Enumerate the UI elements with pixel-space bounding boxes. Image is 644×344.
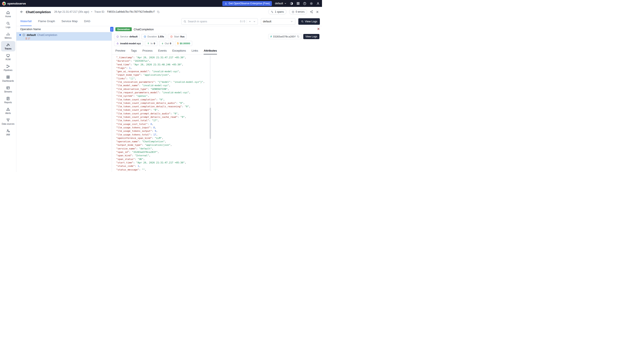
- sidebar-item-label: Data sources: [2, 123, 14, 125]
- trace-id-value: f4033c1a04eb7bcf4c787f427e9ed9cf: [107, 10, 155, 13]
- errors-count-badge: 0 errors: [289, 9, 307, 14]
- clock-icon: [144, 35, 146, 38]
- attribute-line: "input_mime_type": "application/json",: [116, 73, 210, 77]
- help-icon[interactable]: [303, 2, 306, 5]
- attribute-line: "llm_token_count_total": "17",: [116, 119, 210, 122]
- settings-gear-icon[interactable]: [310, 2, 313, 5]
- stream-selector[interactable]: default: [261, 18, 295, 25]
- chevron-down-icon[interactable]: [253, 20, 256, 23]
- sidebar-item-metrics[interactable]: Metrics: [1, 30, 15, 41]
- sidebar-item-traces[interactable]: Traces: [1, 41, 15, 51]
- detail-tab-exceptions[interactable]: Exceptions: [172, 49, 186, 54]
- tab-service-map[interactable]: Service Map: [62, 17, 78, 26]
- org-selector-value: default: [275, 2, 283, 5]
- apps-grid-icon[interactable]: [296, 2, 300, 5]
- detail-tab-links[interactable]: Links: [192, 49, 198, 54]
- cost-value: $0.00000: [180, 42, 190, 45]
- view-logs-span-button[interactable]: View Logs: [303, 34, 320, 39]
- download-icon: [224, 2, 227, 5]
- sidebar-item-dashboards[interactable]: Dashboards: [1, 73, 15, 84]
- sidebar-item-label: Pipelines: [4, 69, 12, 71]
- arrow-down-icon: [161, 42, 164, 45]
- detail-tab-preview[interactable]: Preview: [115, 49, 125, 54]
- logs-icon: [6, 21, 10, 25]
- copy-span-id-icon[interactable]: [297, 35, 300, 38]
- detail-tab-attributes[interactable]: Attributes: [204, 49, 217, 54]
- sigma-icon: Σ: [26, 37, 27, 40]
- sidebar-item-alerts[interactable]: Alerts: [1, 106, 15, 116]
- close-span-detail-icon[interactable]: [317, 27, 320, 30]
- home-icon: [6, 10, 10, 15]
- span-detail-header: Generation ChatCompletion: [112, 26, 322, 32]
- attribute-line: "llm_token_count_prompt_details_cache_re…: [116, 115, 210, 119]
- sidebar-item-streams[interactable]: Streams: [1, 84, 15, 94]
- span-row-main: S default ChatCompletion: [19, 33, 112, 37]
- sidebar-item-rum[interactable]: RUM: [1, 52, 15, 62]
- attribute-line: "llm_token_count_prompt": "8",: [116, 108, 210, 112]
- tab-waterfall[interactable]: Waterfall: [20, 17, 32, 26]
- attribute-line: "flags": 1,: [116, 66, 210, 70]
- scrollbar-thumb[interactable]: [210, 108, 211, 139]
- copy-trace-id-icon[interactable]: [157, 10, 160, 13]
- view-tabs-row: WaterfallFlame GraphService MapDAG 0 / 0: [16, 17, 322, 26]
- detail-tab-tags[interactable]: Tags: [131, 49, 137, 54]
- search-in-spans-input[interactable]: [188, 20, 239, 23]
- sidebar-item-label: Alerts: [6, 112, 11, 114]
- view-logs-span-label: View Logs: [306, 35, 317, 38]
- attribute-line: "status_message": "",: [116, 168, 210, 172]
- enterprise-button[interactable]: Get OpenObserve Enterprise (Free): [222, 1, 272, 6]
- data-sources-icon: [6, 118, 10, 122]
- brand[interactable]: openobserve: [2, 2, 26, 5]
- theme-toggle-icon[interactable]: [290, 2, 293, 5]
- metrics-icon: [6, 32, 10, 36]
- drag-handle-icon[interactable]: [110, 27, 114, 32]
- trace-header-right: 1 spans 0 errors: [268, 9, 319, 14]
- view-logs-button[interactable]: View Logs: [298, 18, 320, 25]
- attribute-line: "llm_usage_tokens_output": 9,: [116, 129, 210, 133]
- share-icon[interactable]: [310, 10, 313, 13]
- close-icon[interactable]: [316, 10, 319, 13]
- iam-icon: [6, 129, 10, 133]
- panels: Operation Name S default ChatCompletion …: [16, 26, 322, 172]
- chevron-up-icon[interactable]: [248, 20, 252, 23]
- account-icon[interactable]: [316, 2, 320, 5]
- rum-icon: [6, 53, 10, 58]
- attribute-line: "trace_id": "f4033c1a04eb7bcf4c787f427e9…: [116, 172, 210, 172]
- tab-dag[interactable]: DAG: [84, 17, 90, 26]
- span-tree-row[interactable]: S default ChatCompletion Σ 17: [16, 32, 112, 41]
- sidebar-item-home[interactable]: Home: [1, 9, 15, 19]
- sidebar-item-logs[interactable]: Logs: [1, 19, 15, 30]
- attribute-line: "llm_usage_tokens_total": 17,: [116, 133, 210, 137]
- search-match-counter: 0 / 0: [240, 20, 245, 23]
- enterprise-button-label: Get OpenObserve Enterprise (Free): [228, 2, 270, 5]
- attribute-line: "span_id": "33283ad378ca283f",: [116, 151, 210, 154]
- sidebar-item-data-sources[interactable]: Data sources: [1, 116, 15, 127]
- view-logs-label: View Logs: [305, 20, 317, 23]
- sidebar-item-pipelines[interactable]: Pipelines: [1, 63, 15, 73]
- sidebar-item-iam[interactable]: IAM: [1, 127, 15, 137]
- span-meta-row: S Service default Duration 1.03s: [112, 34, 322, 39]
- spans-count-label: 1 spans: [275, 10, 284, 13]
- sidebar-item-reports[interactable]: Reports: [1, 95, 15, 105]
- org-selector[interactable]: default: [275, 2, 287, 5]
- attributes-json-viewer: "_timestamp": "Apr 26, 2026 21:31:47.217…: [112, 55, 210, 172]
- detail-tab-process[interactable]: Process: [142, 49, 152, 54]
- attribute-line: "llm_token_count_completion": "9",: [116, 98, 210, 102]
- start-chip-value: 0us: [180, 35, 185, 38]
- tokens-out-chip: Out 0: [159, 41, 174, 46]
- tab-flame-graph[interactable]: Flame Graph: [38, 17, 55, 26]
- pipelines-icon: [6, 64, 10, 68]
- back-arrow-button[interactable]: [20, 10, 24, 14]
- stream-selector-value: default: [263, 20, 272, 23]
- view-tabs-right: 0 / 0 default: [182, 17, 322, 26]
- attribute-line: "llm_usage_tokens_input": 8,: [116, 126, 210, 129]
- attribute-line: "llm_model_name": "invalid-model-xyz",: [116, 84, 210, 87]
- detail-tab-events[interactable]: Events: [158, 49, 167, 54]
- view-tabs: WaterfallFlame GraphService MapDAG: [20, 17, 97, 26]
- sidebar-nav: HomeLogsMetricsTracesRUMPipelinesDashboa…: [0, 7, 16, 172]
- tokens-in-value: 0: [154, 42, 155, 45]
- search-icon: [301, 20, 304, 23]
- attribute-line: "llm_system": "openai",: [116, 94, 210, 98]
- attribute-line: "llm_request_parameters_model": "invalid…: [116, 91, 210, 94]
- operation-name-header: Operation Name: [16, 26, 112, 32]
